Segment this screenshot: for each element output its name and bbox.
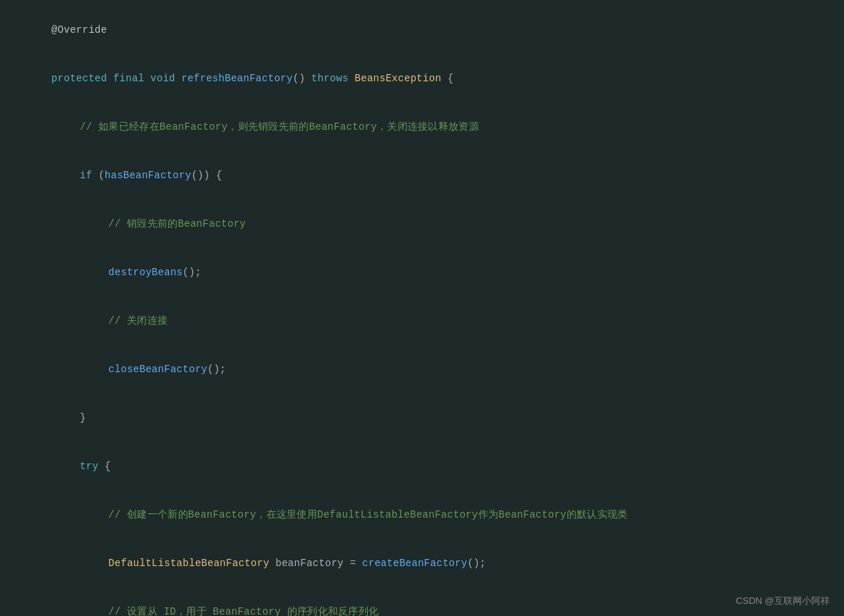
code-container: @Override protected final void refreshBe… — [0, 0, 844, 616]
code-line-12: DefaultListableBeanFactory beanFactory =… — [0, 539, 844, 587]
code-line-6: destroyBeans(); — [0, 248, 844, 297]
code-line-7: // 关闭连接 — [0, 297, 844, 345]
code-line-4: if (hasBeanFactory()) { — [0, 151, 844, 200]
code-line-1: @Override — [0, 6, 844, 54]
code-line-11: // 创建一个新的BeanFactory，在这里使用DefaultListabl… — [0, 491, 844, 539]
code-line-13: // 设置从 ID，用于 BeanFactory 的序列化和反序列化 — [0, 587, 844, 616]
annotation: @Override — [51, 24, 107, 36]
code-line-5: // 销毁先前的BeanFactory — [0, 200, 844, 248]
watermark: CSDN @互联网小阿祥 — [736, 595, 830, 607]
code-line-2: protected final void refreshBeanFactory(… — [0, 54, 844, 103]
code-line-8: closeBeanFactory(); — [0, 345, 844, 394]
code-line-9: } — [0, 394, 844, 442]
code-line-3: // 如果已经存在BeanFactory，则先销毁先前的BeanFactory，… — [0, 103, 844, 151]
code-line-10: try { — [0, 442, 844, 491]
